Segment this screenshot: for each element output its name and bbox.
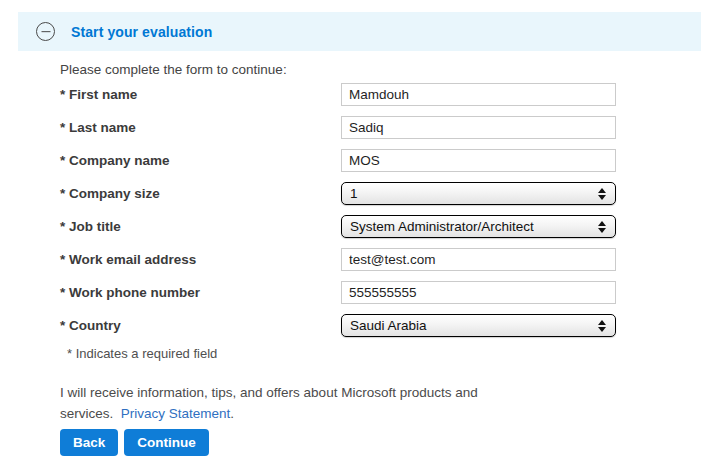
form-row-last-name: * Last name	[60, 116, 616, 139]
consent-suffix: .	[230, 406, 234, 421]
work-phone-label: * Work phone number	[60, 285, 341, 300]
last-name-label: * Last name	[60, 120, 341, 135]
consent-line2-prefix: services.	[60, 406, 113, 421]
form-row-country: * Country Saudi Arabia	[60, 314, 616, 337]
work-email-label: * Work email address	[60, 252, 341, 267]
last-name-input[interactable]	[341, 116, 616, 139]
evaluation-section-header: Start your evaluation	[18, 12, 701, 51]
country-select[interactable]: Saudi Arabia	[341, 314, 616, 337]
form-row-company-size: * Company size 1	[60, 182, 616, 205]
job-title-label: * Job title	[60, 219, 341, 234]
consent-line1: I will receive information, tips, and of…	[60, 382, 478, 403]
company-size-label: * Company size	[60, 186, 341, 201]
form-row-work-phone: * Work phone number	[60, 281, 616, 304]
required-field-note: * Indicates a required field	[67, 346, 217, 361]
company-name-label: * Company name	[60, 153, 341, 168]
section-title[interactable]: Start your evaluation	[71, 24, 212, 40]
select-updown-arrows-icon	[598, 188, 606, 200]
form-row-first-name: * First name	[60, 83, 616, 106]
select-updown-arrows-icon	[598, 320, 606, 332]
consent-line2: services. Privacy Statement.	[60, 403, 478, 424]
privacy-statement-link[interactable]: Privacy Statement	[121, 406, 231, 421]
continue-button[interactable]: Continue	[124, 429, 209, 456]
work-email-input[interactable]	[341, 248, 616, 271]
evaluation-form: * First name * Last name * Company name …	[60, 83, 616, 347]
form-row-job-title: * Job title System Administrator/Archite…	[60, 215, 616, 238]
first-name-label: * First name	[60, 87, 341, 102]
first-name-input[interactable]	[341, 83, 616, 106]
collapse-minus-icon[interactable]	[36, 22, 55, 41]
select-updown-arrows-icon	[598, 221, 606, 233]
job-title-select[interactable]: System Administrator/Architect	[341, 215, 616, 238]
company-size-select[interactable]: 1	[341, 182, 616, 205]
country-selected-value: Saudi Arabia	[350, 318, 427, 333]
work-phone-input[interactable]	[341, 281, 616, 304]
form-actions: Back Continue	[60, 429, 209, 456]
minus-glyph	[41, 31, 50, 33]
form-row-company-name: * Company name	[60, 149, 616, 172]
form-intro-text: Please complete the form to continue:	[60, 62, 287, 77]
back-button[interactable]: Back	[60, 429, 118, 456]
company-size-selected-value: 1	[350, 186, 358, 201]
form-row-work-email: * Work email address	[60, 248, 616, 271]
country-label: * Country	[60, 318, 341, 333]
company-name-input[interactable]	[341, 149, 616, 172]
consent-paragraph: I will receive information, tips, and of…	[60, 382, 478, 424]
job-title-selected-value: System Administrator/Architect	[350, 219, 534, 234]
